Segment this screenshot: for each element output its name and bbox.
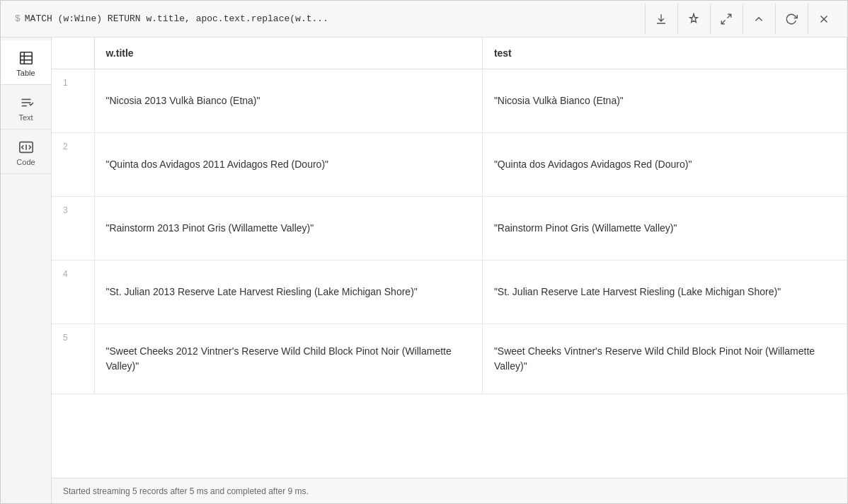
table-wrapper[interactable]: w.title test 1"Nicosia 2013 Vulkà Bianco… (52, 38, 847, 478)
table-icon (18, 50, 34, 66)
data-table: w.title test 1"Nicosia 2013 Vulkà Bianco… (52, 38, 847, 394)
table-header-row: w.title test (52, 38, 847, 69)
sidebar-code-label: Code (16, 158, 35, 166)
col-header-test: test (482, 38, 847, 69)
cell-test: "St. Julian Reserve Late Harvest Rieslin… (482, 260, 847, 324)
status-message: Started streaming 5 records after 5 ms a… (63, 486, 309, 496)
col-header-num (52, 38, 94, 69)
results-area: w.title test 1"Nicosia 2013 Vulkà Bianco… (52, 38, 847, 503)
cell-test: "Nicosia Vulkà Bianco (Etna)" (482, 69, 847, 133)
cell-wtitle: "Nicosia 2013 Vulkà Bianco (Etna)" (94, 69, 482, 133)
app-container: $MATCH (w:Wine) RETURN w.title, apoc.tex… (0, 0, 848, 504)
cell-wtitle: "Quinta dos Avidagos 2011 Avidagos Red (… (94, 133, 482, 197)
dollar-sign: $ (15, 13, 21, 24)
sidebar-item-table[interactable]: Table (1, 40, 51, 85)
cell-row-num: 5 (52, 324, 94, 394)
cell-row-num: 2 (52, 133, 94, 197)
cell-wtitle: "Rainstorm 2013 Pinot Gris (Willamette V… (94, 197, 482, 260)
status-bar: Started streaming 5 records after 5 ms a… (52, 478, 847, 503)
query-text: MATCH (w:Wine) RETURN w.title, apoc.text… (25, 13, 328, 24)
cell-row-num: 3 (52, 197, 94, 260)
query-display: $MATCH (w:Wine) RETURN w.title, apoc.tex… (9, 13, 645, 24)
sidebar-item-code[interactable]: Code (1, 130, 51, 174)
table-row: 4"St. Julian 2013 Reserve Late Harvest R… (52, 260, 847, 324)
cell-test: "Rainstorm Pinot Gris (Willamette Valley… (482, 197, 847, 260)
refresh-button[interactable] (775, 4, 806, 35)
cell-row-num: 1 (52, 69, 94, 133)
sidebar: Table Text Code (1, 38, 52, 503)
header-actions (645, 4, 839, 35)
table-row: 1"Nicosia 2013 Vulkà Bianco (Etna)""Nico… (52, 69, 847, 133)
sidebar-text-label: Text (18, 113, 33, 122)
cell-wtitle: "St. Julian 2013 Reserve Late Harvest Ri… (94, 260, 482, 324)
close-button[interactable] (808, 4, 839, 35)
table-row: 5"Sweet Cheeks 2012 Vintner's Reserve Wi… (52, 324, 847, 394)
cell-test: "Sweet Cheeks Vintner's Reserve Wild Chi… (482, 324, 847, 394)
text-icon (18, 95, 34, 110)
expand-button[interactable] (710, 4, 741, 35)
sidebar-item-text[interactable]: Text (1, 85, 51, 130)
cell-test: "Quinta dos Avidagos Avidagos Red (Douro… (482, 133, 847, 197)
table-row: 2"Quinta dos Avidagos 2011 Avidagos Red … (52, 133, 847, 197)
sidebar-table-label: Table (16, 69, 35, 77)
col-header-wtitle: w.title (94, 38, 482, 69)
main-content: Table Text Code (1, 38, 847, 503)
download-button[interactable] (645, 4, 676, 35)
svg-rect-2 (20, 52, 32, 64)
pin-button[interactable] (677, 4, 709, 35)
collapse-button[interactable] (743, 4, 774, 35)
table-row: 3"Rainstorm 2013 Pinot Gris (Willamette … (52, 197, 847, 260)
cell-row-num: 4 (52, 260, 94, 324)
header-bar: $MATCH (w:Wine) RETURN w.title, apoc.tex… (1, 1, 847, 38)
code-icon (18, 139, 34, 155)
cell-wtitle: "Sweet Cheeks 2012 Vintner's Reserve Wil… (94, 324, 482, 394)
